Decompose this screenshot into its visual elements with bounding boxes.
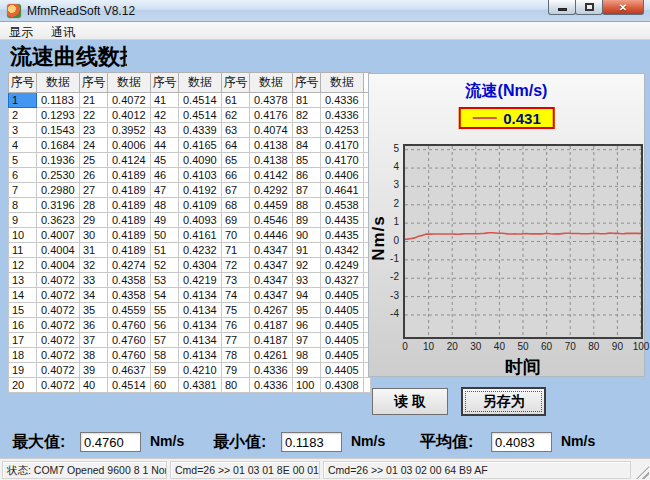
table-cell-value[interactable]: 0.4308 [321,378,364,393]
table-cell-seq[interactable]: 18 [9,348,37,363]
table-cell-seq[interactable]: 20 [9,378,37,393]
table-cell-value[interactable]: 0.4336 [250,378,293,393]
table-cell-value[interactable]: 0.1684 [37,138,80,153]
table-cell-value[interactable]: 0.4219 [179,273,222,288]
table-cell-seq[interactable]: 34 [80,288,108,303]
table-cell-seq[interactable]: 15 [9,303,37,318]
table-cell-seq[interactable]: 2 [9,108,37,123]
table-cell-seq[interactable]: 62 [222,108,250,123]
table-cell-seq[interactable]: 81 [293,93,321,108]
table-cell-value[interactable]: 0.4347 [250,243,293,258]
close-button[interactable]: ✕ [602,0,644,15]
table-cell-seq[interactable]: 11 [9,243,37,258]
table-cell-seq[interactable]: 50 [151,228,179,243]
table-cell-value[interactable]: 0.2530 [37,168,80,183]
table-cell-value[interactable]: 0.4405 [321,303,364,318]
table-cell-value[interactable]: 0.4378 [250,93,293,108]
table-cell-seq[interactable]: 95 [293,303,321,318]
table-cell-value[interactable]: 0.4514 [179,108,222,123]
table-cell-value[interactable]: 0.4405 [321,288,364,303]
table-cell-value[interactable]: 0.4124 [108,153,151,168]
table-cell-seq[interactable]: 87 [293,183,321,198]
table-cell-value[interactable]: 0.4187 [250,333,293,348]
table-cell-seq[interactable]: 89 [293,213,321,228]
table-cell-value[interactable]: 0.4109 [179,198,222,213]
table-cell-value[interactable]: 0.4381 [179,378,222,393]
table-cell-value[interactable]: 0.1936 [37,153,80,168]
table-cell-seq[interactable]: 7 [9,183,37,198]
table-cell-seq[interactable]: 24 [80,138,108,153]
table-cell-value[interactable]: 0.4405 [321,333,364,348]
table-cell-seq[interactable]: 13 [9,273,37,288]
table-cell-value[interactable]: 0.4072 [37,318,80,333]
table-cell-seq[interactable]: 47 [151,183,179,198]
table-cell-seq[interactable]: 63 [222,123,250,138]
table-cell-seq[interactable]: 98 [293,348,321,363]
table-cell-value[interactable]: 0.4192 [179,183,222,198]
table-cell-value[interactable]: 0.4103 [179,168,222,183]
table-cell-seq[interactable]: 48 [151,198,179,213]
table-cell-seq[interactable]: 59 [151,363,179,378]
table-cell-value[interactable]: 0.4134 [179,288,222,303]
table-cell-value[interactable]: 0.4406 [321,168,364,183]
table-cell-value[interactable]: 0.4072 [37,288,80,303]
table-cell-value[interactable]: 0.3623 [37,213,80,228]
table-cell-seq[interactable]: 21 [80,93,108,108]
table-cell-value[interactable]: 0.4446 [250,228,293,243]
table-cell-seq[interactable]: 1 [9,93,37,108]
table-cell-value[interactable]: 0.4435 [321,213,364,228]
table-cell-value[interactable]: 0.4138 [250,153,293,168]
table-cell-value[interactable]: 0.4170 [321,138,364,153]
table-cell-seq[interactable]: 77 [222,333,250,348]
table-cell-seq[interactable]: 26 [80,168,108,183]
table-cell-seq[interactable]: 42 [151,108,179,123]
table-cell-value[interactable]: 0.4134 [179,348,222,363]
table-cell-value[interactable]: 0.4187 [250,318,293,333]
table-cell-seq[interactable]: 56 [151,318,179,333]
table-cell-seq[interactable]: 28 [80,198,108,213]
table-cell-seq[interactable]: 93 [293,273,321,288]
table-cell-seq[interactable]: 69 [222,213,250,228]
table-cell-value[interactable]: 0.4249 [321,258,364,273]
table-cell-value[interactable]: 0.4339 [179,123,222,138]
table-cell-seq[interactable]: 75 [222,303,250,318]
table-cell-value[interactable]: 0.4007 [37,228,80,243]
table-cell-value[interactable]: 0.4072 [37,378,80,393]
table-cell-seq[interactable]: 35 [80,303,108,318]
table-cell-value[interactable]: 0.4342 [321,243,364,258]
table-cell-value[interactable]: 0.4538 [321,198,364,213]
table-cell-value[interactable]: 0.2980 [37,183,80,198]
table-cell-value[interactable]: 0.4336 [321,108,364,123]
table-cell-value[interactable]: 0.4261 [250,348,293,363]
table-cell-value[interactable]: 0.4274 [108,258,151,273]
table-cell-value[interactable]: 0.4210 [179,363,222,378]
table-cell-seq[interactable]: 92 [293,258,321,273]
table-cell-value[interactable]: 0.4641 [321,183,364,198]
table-cell-value[interactable]: 0.4760 [108,333,151,348]
table-cell-seq[interactable]: 60 [151,378,179,393]
table-cell-seq[interactable]: 67 [222,183,250,198]
table-cell-seq[interactable]: 97 [293,333,321,348]
table-cell-seq[interactable]: 99 [293,363,321,378]
table-cell-seq[interactable]: 61 [222,93,250,108]
save-as-button[interactable]: 另存为 [461,387,546,416]
table-cell-seq[interactable]: 84 [293,138,321,153]
table-cell-seq[interactable]: 65 [222,153,250,168]
table-cell-value[interactable]: 0.4004 [37,243,80,258]
table-cell-value[interactable]: 0.4189 [108,213,151,228]
table-cell-seq[interactable]: 86 [293,168,321,183]
table-cell-value[interactable]: 0.4134 [179,333,222,348]
table-cell-value[interactable]: 0.4405 [321,348,364,363]
minimize-button[interactable] [548,0,576,15]
table-cell-seq[interactable]: 30 [80,228,108,243]
table-cell-seq[interactable]: 41 [151,93,179,108]
table-cell-seq[interactable]: 54 [151,288,179,303]
titlebar[interactable]: MfmReadSoft V8.12 ✕ [0,0,650,22]
table-cell-value[interactable]: 0.4004 [37,258,80,273]
table-cell-value[interactable]: 0.4072 [37,348,80,363]
table-cell-seq[interactable]: 73 [222,273,250,288]
table-cell-seq[interactable]: 14 [9,288,37,303]
table-cell-value[interactable]: 0.4093 [179,213,222,228]
table-cell-seq[interactable]: 3 [9,123,37,138]
resize-grip-icon[interactable] [636,466,649,479]
